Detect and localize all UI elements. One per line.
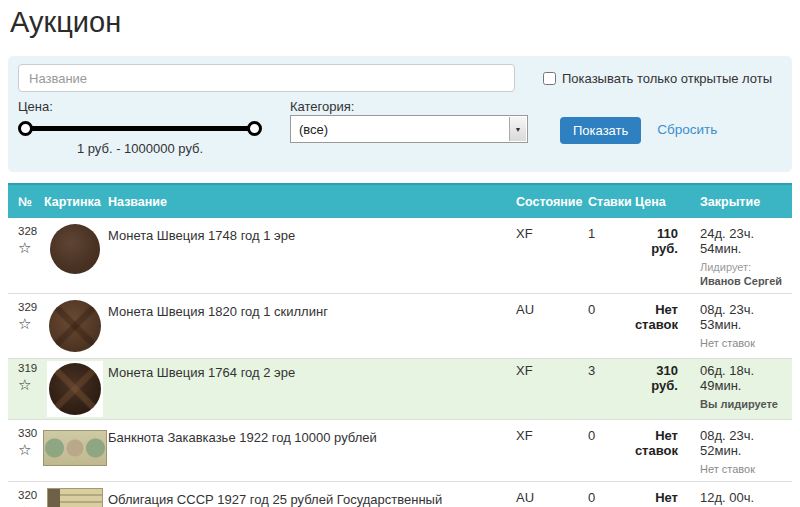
lot-price: Нет ставок	[630, 300, 686, 352]
header-name: Название	[108, 195, 508, 209]
lot-table-body: 328 ☆ Монета Швеция 1748 год 1 эре XF 1 …	[8, 218, 792, 507]
lot-image[interactable]	[49, 300, 101, 352]
favorite-star-icon[interactable]: ☆	[18, 377, 31, 392]
lot-price: Нет ставок	[630, 488, 686, 507]
closing-time: 06д. 18ч. 49мин.	[700, 361, 792, 393]
filter-panel: Показывать только открытые лоты Цена: 1 …	[8, 56, 792, 172]
header-bids: Ставки	[580, 195, 630, 209]
header-closing: Закрытие	[686, 195, 792, 209]
lot-image[interactable]	[50, 224, 100, 274]
price-slider-min-handle[interactable]	[18, 121, 33, 136]
price-slider-max-handle[interactable]	[247, 121, 262, 136]
table-row[interactable]: 328 ☆ Монета Швеция 1748 год 1 эре XF 1 …	[8, 218, 792, 294]
closing-status: Иванов Сергей	[700, 275, 792, 287]
category-filter: Категория: (все) ▼	[290, 99, 528, 156]
lot-price: 110 руб.	[630, 224, 686, 287]
only-open-lots-option[interactable]: Показывать только открытые лоты	[543, 71, 772, 86]
closing-status: Нет ставок	[700, 463, 792, 475]
closing-time: 08д. 23ч. 52мин.	[700, 426, 792, 458]
lot-number: 319	[18, 362, 42, 374]
closing-status: Нет ставок	[700, 337, 792, 349]
lot-title[interactable]: Банкнота Закавказье 1922 год 10000 рубле…	[108, 430, 377, 445]
lot-condition: XF	[508, 224, 580, 287]
lot-bids: 0	[580, 426, 630, 475]
lot-price: Нет ставок	[630, 426, 686, 475]
price-range-text: 1 руб. - 1000000 руб.	[18, 141, 262, 156]
category-label: Категория:	[290, 99, 528, 115]
lot-table: № Картинка Название Состояние Ставки Цен…	[8, 183, 792, 507]
price-slider-track	[25, 126, 255, 131]
table-header: № Картинка Название Состояние Ставки Цен…	[8, 183, 792, 218]
closing-time: 12д. 00ч. 08мин.	[700, 488, 792, 507]
header-condition: Состояние	[508, 195, 580, 209]
favorite-star-icon[interactable]: ☆	[18, 240, 31, 255]
reset-link[interactable]: Сбросить	[657, 117, 717, 137]
lot-condition: XF	[508, 426, 580, 475]
closing-time: 08д. 23ч. 53мин.	[700, 300, 792, 332]
price-label: Цена:	[18, 99, 280, 115]
lot-number: 330	[18, 427, 42, 439]
lot-title[interactable]: Монета Швеция 1764 год 2 эре	[108, 365, 295, 380]
only-open-label: Показывать только открытые лоты	[562, 71, 772, 86]
category-selected-value: (все)	[299, 122, 328, 137]
lot-number: 329	[18, 301, 42, 313]
lot-condition: XF	[508, 361, 580, 417]
lot-bids: 3	[580, 361, 630, 417]
lot-condition: AU	[508, 300, 580, 352]
page-title: Аукцион	[10, 6, 800, 39]
header-picture: Картинка	[42, 195, 108, 209]
lot-image[interactable]	[43, 430, 107, 466]
lot-title[interactable]: Монета Швеция 1820 год 1 скиллинг	[108, 304, 328, 319]
category-select[interactable]: (все) ▼	[290, 115, 528, 143]
closing-status-label: Лидирует:	[700, 261, 792, 273]
lot-image[interactable]	[47, 361, 103, 417]
price-filter: Цена: 1 руб. - 1000000 руб.	[18, 99, 280, 156]
chevron-down-icon: ▼	[509, 117, 526, 141]
price-range-slider[interactable]	[18, 121, 262, 136]
lot-number: 320	[18, 489, 42, 501]
lot-title[interactable]: Облигация СССР 1927 год 25 рублей Госуда…	[108, 492, 442, 507]
header-number: №	[8, 195, 42, 209]
lot-image[interactable]	[47, 488, 103, 507]
closing-time: 24д. 23ч. 54мин.	[700, 224, 792, 256]
favorite-star-icon[interactable]: ☆	[18, 442, 31, 457]
only-open-checkbox[interactable]	[543, 72, 556, 85]
lot-condition: AU	[508, 488, 580, 507]
header-price: Цена	[630, 195, 686, 209]
table-row[interactable]: 319 ☆ Монета Швеция 1764 год 2 эре XF 3 …	[8, 359, 792, 420]
lot-bids: 0	[580, 488, 630, 507]
lot-price: 310 руб.	[630, 361, 686, 417]
table-row[interactable]: 320 ☆ Облигация СССР 1927 год 25 рублей …	[8, 482, 792, 507]
name-search-input[interactable]	[18, 64, 515, 92]
table-row[interactable]: 330 ☆ Банкнота Закавказье 1922 год 10000…	[8, 420, 792, 482]
table-row[interactable]: 329 ☆ Монета Швеция 1820 год 1 скиллинг …	[8, 294, 792, 359]
favorite-star-icon[interactable]: ☆	[18, 316, 31, 331]
show-button[interactable]: Показать	[560, 117, 641, 144]
lot-number: 328	[18, 225, 42, 237]
closing-status: Вы лидируете	[700, 398, 792, 410]
lot-bids: 1	[580, 224, 630, 287]
lot-bids: 0	[580, 300, 630, 352]
lot-title[interactable]: Монета Швеция 1748 год 1 эре	[108, 228, 295, 243]
